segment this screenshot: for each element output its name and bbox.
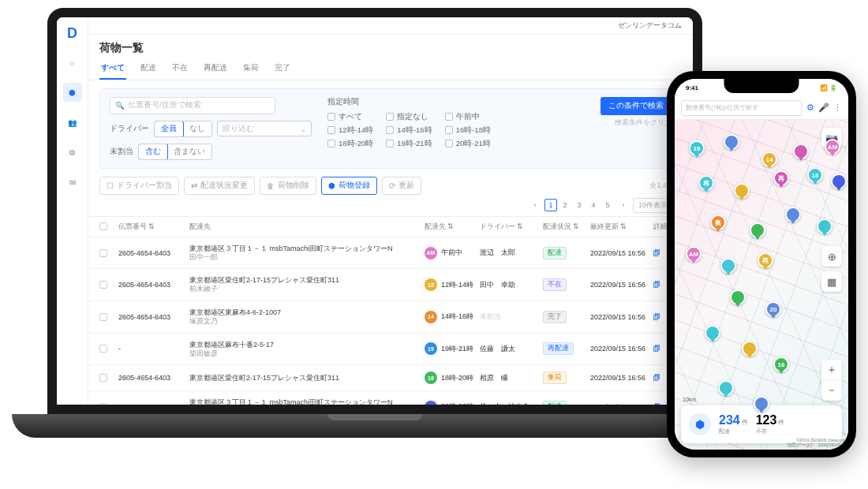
time-option[interactable]: 14時-16時 (386, 125, 432, 136)
clear-filters-link[interactable]: 検索条件をクリア (615, 118, 672, 128)
company-name[interactable]: ゼンリンデータコム (618, 21, 682, 31)
time-option[interactable]: すべて (327, 112, 373, 122)
map-pin[interactable]: 再 (758, 252, 773, 271)
map-pin[interactable]: 集 (710, 215, 726, 233)
phone-frame: 9:41 📶 🔋 郵便番号(7桁)/住所で探す ⚙ 🎤 ⋮ 📷 ⊕ ▦ ＋ － … (667, 71, 856, 457)
row-checkbox[interactable] (99, 345, 107, 353)
change-status-button[interactable]: ⇄ 配達状況変更 (184, 177, 255, 195)
time-option[interactable]: 指定なし (386, 112, 432, 122)
pager-page[interactable]: 2 (559, 199, 571, 211)
row-checkbox[interactable] (99, 374, 107, 382)
pager-page[interactable]: 3 (573, 199, 586, 211)
map-pin[interactable]: 18 (807, 167, 823, 186)
map-pin[interactable] (831, 174, 847, 192)
map-pin[interactable]: 20 (765, 301, 781, 320)
table-row: -東京都港区麻布十番2-5-17柴田敏彦1919時-21時佐藤 謙太再配達202… (88, 334, 693, 366)
col-slip: 伝票番号 ⇅ (118, 222, 189, 232)
row-checkbox[interactable] (99, 313, 107, 321)
map-pin[interactable]: 19 (689, 140, 705, 159)
time-option[interactable]: 16時-18時 (445, 125, 491, 136)
zoom-out-button[interactable]: － (821, 380, 842, 401)
pager-next[interactable]: › (617, 199, 630, 211)
nav-settings-icon[interactable]: ⚙ (63, 143, 82, 162)
time-option[interactable]: 18時-20時 (327, 139, 373, 149)
time-option[interactable]: 12時-14時 (327, 125, 373, 136)
tab-5[interactable]: 完了 (273, 58, 292, 80)
mic-icon[interactable]: 🎤 (818, 103, 829, 113)
menu-icon[interactable]: ⋮ (833, 103, 842, 113)
map-pin[interactable] (734, 183, 750, 202)
col-destination: 配達先 (189, 222, 425, 232)
tab-4[interactable]: 集荷 (241, 58, 260, 80)
assign-driver-button[interactable]: ☐ ドライバー割当 (99, 177, 179, 195)
laptop-base (12, 414, 738, 438)
map-pin[interactable] (730, 289, 746, 308)
row-checkbox[interactable] (99, 403, 107, 405)
search-input[interactable]: 🔍 伝票番号/住所で検索 (110, 97, 275, 114)
map-pin[interactable]: 再 (698, 175, 714, 194)
status: 再配達 (543, 342, 590, 355)
map-pin[interactable] (793, 144, 809, 162)
destination: 東京都港区愛住町2-17-15プレシャス愛住町311柏木綾子 (189, 275, 425, 294)
driver-segment[interactable]: 全員 なし (154, 121, 212, 137)
time-slot: AM午前中 (425, 247, 480, 259)
map-pin[interactable]: 16 (773, 356, 789, 375)
tab-1[interactable]: 配達 (139, 58, 158, 80)
unassigned-segment[interactable]: 含む 含まない (138, 144, 212, 160)
slip-number: 2605-4654-6403 (118, 403, 189, 405)
map-pin[interactable]: 14 (761, 151, 777, 170)
select-all-checkbox[interactable] (99, 222, 107, 230)
destination: 東京都港区東麻布4-6-2-1007塚原文乃 (189, 308, 425, 327)
locate-icon[interactable]: ⊕ (821, 246, 842, 267)
time-option[interactable]: 20時-21時 (445, 139, 491, 149)
time-option[interactable]: 19時-21時 (386, 139, 432, 149)
time-slot: 1818時-20時 (425, 371, 480, 384)
nav-home-icon[interactable]: ⌂ (63, 53, 82, 72)
time-option[interactable]: 午前中 (445, 112, 491, 122)
col-status: 配達状況 ⇅ (543, 222, 590, 232)
table-row: 2605-4654-6403東京都港区３丁目１－１ msbTamachi田町ステ… (88, 237, 693, 270)
pager-page[interactable]: 5 (601, 199, 614, 211)
tab-0[interactable]: すべて (99, 58, 126, 80)
delete-button[interactable]: 🗑 荷物削除 (260, 177, 316, 195)
zoom-in-button[interactable]: ＋ (821, 360, 842, 380)
map-pin[interactable] (724, 134, 739, 153)
filter-icon[interactable]: ⚙ (806, 103, 814, 113)
nav-users-icon[interactable]: 👥 (63, 113, 82, 132)
pager-page[interactable]: 4 (587, 199, 600, 211)
map-pin[interactable] (720, 258, 736, 277)
pager-prev[interactable]: ‹ (529, 199, 541, 211)
narrow-dropdown[interactable]: 絞り込む⌄ (217, 121, 312, 136)
map-pin[interactable]: AM (686, 246, 702, 265)
tab-3[interactable]: 再配達 (202, 58, 229, 80)
search-button[interactable]: この条件で検索 (600, 97, 672, 115)
time-slot: 2020時-22時 (425, 401, 480, 405)
unassigned-label: 未割当 (110, 147, 133, 157)
status: 配達 (543, 247, 590, 259)
map-view[interactable]: 📷 ⊕ ▦ ＋ － 10km ⬢ 234件 配達 123件 不在 (675, 120, 848, 450)
nav-mail-icon[interactable]: ✉ (63, 173, 82, 192)
map-pin[interactable]: 再 (773, 170, 789, 189)
map-pin[interactable] (754, 396, 769, 415)
destination: 東京都港区３丁目１－１ msbTamachi田町ステーションタワーN田中一郎 (189, 398, 425, 405)
nav-package-icon[interactable]: ⬢ (63, 83, 82, 102)
map-pin[interactable]: AM (825, 139, 840, 158)
pager-page[interactable]: 1 (544, 199, 557, 211)
app-logo: D (67, 25, 77, 42)
slip-number: 2605-4654-6403 (118, 281, 189, 289)
row-checkbox[interactable] (99, 249, 107, 257)
map-pin[interactable] (705, 325, 720, 344)
table-row: 2605-4654-6403東京都港区愛住町2-17-15プレシャス愛住町311… (88, 269, 693, 301)
map-pin[interactable] (750, 222, 765, 241)
updated-at: 2022/09/15 16:56 (590, 281, 653, 289)
map-pin[interactable] (742, 341, 758, 360)
refresh-button[interactable]: ⟳ 更新 (382, 177, 421, 195)
layers-icon[interactable]: ▦ (821, 271, 842, 292)
map-pin[interactable] (817, 218, 832, 237)
map-pin[interactable] (785, 207, 801, 226)
phone-search-input[interactable]: 郵便番号(7桁)/住所で探す (681, 100, 803, 116)
row-checkbox[interactable] (99, 281, 107, 289)
map-pin[interactable] (718, 380, 734, 399)
tab-2[interactable]: 不在 (170, 58, 189, 80)
register-button[interactable]: ⬢ 荷物登録 (321, 177, 377, 195)
